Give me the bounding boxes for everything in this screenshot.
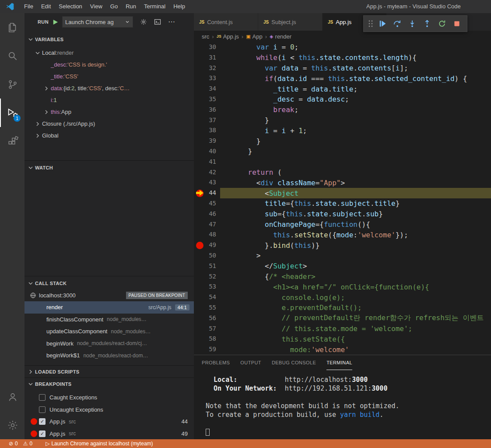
activity-source-control-icon[interactable] bbox=[0, 70, 25, 99]
breakpoint-zone[interactable] bbox=[194, 177, 205, 188]
configure-gear-icon[interactable] bbox=[140, 18, 147, 25]
start-debugging-button[interactable] bbox=[52, 19, 59, 25]
code-line[interactable]: 35 _desc = data.desc; bbox=[194, 94, 491, 105]
breakpoint-zone[interactable] bbox=[194, 115, 205, 126]
call-stack-frame[interactable]: beginWorknode_modules/react-dom/cj… bbox=[25, 338, 194, 350]
gutter[interactable]: 30 bbox=[194, 42, 220, 53]
code-line[interactable]: 52 {/* <header> bbox=[194, 272, 491, 282]
activity-extensions-icon[interactable] bbox=[0, 127, 25, 155]
code-line[interactable]: 36 break; bbox=[194, 105, 491, 115]
breakpoint-zone[interactable] bbox=[194, 125, 205, 136]
breakpoint-zone[interactable] bbox=[194, 146, 205, 157]
call-stack-frame[interactable]: beginWork$1node_modules/react-dom… bbox=[25, 349, 194, 362]
breakpoint-zone[interactable] bbox=[194, 167, 205, 178]
code-line[interactable]: 59 mode:'welcome' bbox=[194, 344, 491, 355]
chevron-right-icon[interactable] bbox=[33, 132, 42, 139]
code-editor[interactable]: 30 var i = 0;31 while(i < this.state.con… bbox=[194, 42, 491, 355]
menu-edit[interactable]: Edit bbox=[37, 0, 55, 13]
error-count[interactable]: ⊘ 0 bbox=[9, 441, 18, 447]
breakpoint-zone[interactable] bbox=[194, 105, 205, 115]
code-line[interactable]: 43 <div className="App"> bbox=[194, 177, 491, 188]
breakpoint-row[interactable]: Uncaught Exceptions bbox=[25, 404, 194, 416]
gutter[interactable]: 48 bbox=[194, 229, 220, 240]
activity-explorer-icon[interactable] bbox=[0, 13, 25, 42]
continue-button[interactable] bbox=[375, 17, 390, 30]
panel-tab-terminal[interactable]: TERMINAL bbox=[326, 355, 352, 370]
code-line[interactable]: 55 e.preventDefault(); bbox=[194, 303, 491, 313]
gutter[interactable]: 39 bbox=[194, 136, 220, 146]
gutter[interactable]: 38 bbox=[194, 125, 220, 136]
gutter[interactable]: 35 bbox=[194, 94, 220, 105]
breakpoint-zone[interactable] bbox=[194, 313, 205, 324]
call-stack-frame[interactable]: rendersrc/App.js44:1 bbox=[25, 301, 194, 314]
breakpoint-zone[interactable] bbox=[194, 292, 205, 303]
chevron-right-icon[interactable] bbox=[33, 120, 42, 127]
stop-button[interactable] bbox=[449, 17, 464, 30]
code-line[interactable]: 31 while(i < this.state.contents.length)… bbox=[194, 53, 491, 63]
gutter[interactable]: 45 bbox=[194, 198, 220, 209]
gutter[interactable]: 36 bbox=[194, 105, 220, 115]
variable-row[interactable]: this: App bbox=[25, 106, 194, 118]
gutter[interactable]: 44 bbox=[194, 188, 220, 198]
code-line[interactable]: 39 } bbox=[194, 136, 491, 146]
variable-row[interactable]: data: {id: 2, title: 'CSS', desc: 'C… bbox=[25, 82, 194, 94]
gutter[interactable]: 51 bbox=[194, 261, 220, 272]
breakpoint-zone[interactable] bbox=[194, 53, 205, 63]
code-line[interactable]: 33 if(data.id === this.state.selected_co… bbox=[194, 73, 491, 84]
activity-account-icon[interactable] bbox=[0, 382, 25, 411]
code-line[interactable]: 58 this.setState({ bbox=[194, 334, 491, 344]
variables-section-header[interactable]: VARIABLES bbox=[25, 34, 194, 45]
code-line[interactable]: 32 var data = this.state.contents[i]; bbox=[194, 63, 491, 74]
variable-row[interactable]: Global bbox=[25, 130, 194, 141]
variable-row[interactable]: _title: 'CSS' bbox=[25, 71, 194, 82]
breakpoint-zone[interactable] bbox=[194, 73, 205, 84]
gutter[interactable]: 54 bbox=[194, 292, 220, 303]
code-line[interactable]: 49 }.bind(this)} bbox=[194, 240, 491, 250]
checkbox[interactable]: ✓ bbox=[39, 418, 46, 425]
breakpoint-zone[interactable] bbox=[194, 324, 205, 334]
chevron-right-icon[interactable] bbox=[42, 85, 51, 92]
code-line[interactable]: 53 <h1><a href="/" onClick={function(e){ bbox=[194, 282, 491, 292]
variable-row[interactable]: i: 1 bbox=[25, 94, 194, 106]
breadcrumb-item-src[interactable]: src bbox=[202, 33, 209, 40]
code-line[interactable]: 51 </Subject> bbox=[194, 261, 491, 272]
gutter[interactable]: 49 bbox=[194, 240, 220, 250]
debug-console-icon[interactable] bbox=[154, 18, 161, 25]
gutter[interactable]: 55 bbox=[194, 303, 220, 313]
breakpoints-section-header[interactable]: BREAKPOINTS bbox=[25, 378, 194, 390]
breakpoint-zone[interactable] bbox=[194, 282, 205, 292]
breakpoint-zone[interactable] bbox=[194, 157, 205, 167]
code-line[interactable]: 57 // this.state.mode = 'welcome'; bbox=[194, 324, 491, 334]
checkbox[interactable]: ✓ bbox=[39, 430, 46, 437]
activity-search-icon[interactable] bbox=[0, 42, 25, 70]
breakpoint-zone[interactable] bbox=[194, 272, 205, 282]
call-stack-frame[interactable]: finishClassComponentnode_modules… bbox=[25, 314, 194, 326]
code-line[interactable]: 45 title={this.state.subject.title} bbox=[194, 198, 491, 209]
code-line[interactable]: 30 var i = 0; bbox=[194, 42, 491, 53]
breakpoint-zone[interactable] bbox=[194, 94, 205, 105]
gutter[interactable]: 47 bbox=[194, 219, 220, 230]
gutter[interactable]: 50 bbox=[194, 250, 220, 261]
warning-count[interactable]: ⚠ 0 bbox=[23, 441, 32, 447]
gutter[interactable]: 59 bbox=[194, 344, 220, 355]
gutter[interactable]: 31 bbox=[194, 53, 220, 63]
gutter[interactable]: 34 bbox=[194, 84, 220, 94]
breakpoint-zone[interactable] bbox=[194, 250, 205, 261]
terminal-output[interactable]: Local: http://localhost:3000 On Your Net… bbox=[194, 370, 491, 439]
variable-row[interactable]: Closure (./src/App.js) bbox=[25, 118, 194, 130]
call-stack-frame[interactable]: updateClassComponentnode_modules… bbox=[25, 325, 194, 338]
checkbox[interactable] bbox=[39, 394, 46, 401]
step-out-button[interactable] bbox=[420, 17, 435, 30]
breakpoint-zone[interactable] bbox=[194, 63, 205, 74]
breakpoint-zone[interactable] bbox=[194, 209, 205, 219]
activity-run-and-debug-icon[interactable]: 1 bbox=[0, 99, 25, 127]
breakpoint-zone[interactable] bbox=[194, 198, 205, 209]
breakpoint-zone[interactable] bbox=[194, 303, 205, 313]
menu-file[interactable]: File bbox=[20, 0, 37, 13]
panel-tab-problems[interactable]: PROBLEMS bbox=[202, 355, 230, 370]
checkbox[interactable] bbox=[39, 406, 46, 413]
breakpoint-zone[interactable] bbox=[194, 219, 205, 230]
menu-help[interactable]: Help bbox=[169, 0, 189, 13]
gutter[interactable]: 52 bbox=[194, 272, 220, 282]
code-line[interactable]: 54 console.log(e); bbox=[194, 292, 491, 303]
